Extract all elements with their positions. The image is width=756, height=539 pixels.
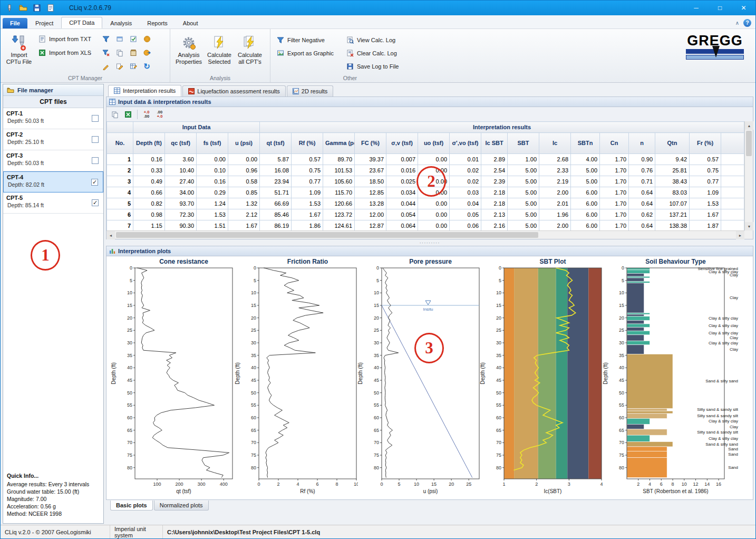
table-cell[interactable]: 2.13 [481, 209, 508, 220]
table-cell[interactable]: 4 [107, 187, 133, 198]
column-header[interactable]: Qtn [655, 133, 690, 154]
table-cell[interactable]: 2.12 [228, 209, 260, 220]
table-cell[interactable]: 6 [107, 209, 133, 220]
table-cell[interactable]: 2.39 [481, 176, 508, 187]
table-cell[interactable]: 1.51 [197, 220, 228, 231]
checkbox-all-icon[interactable] [127, 32, 140, 45]
tab-file[interactable]: File [3, 18, 27, 28]
table-cell[interactable]: 0.025 [386, 176, 418, 187]
table-cell[interactable]: 2.54 [481, 165, 508, 176]
table-cell[interactable]: 0.00 [228, 154, 260, 165]
table-cell[interactable]: 1.70 [600, 176, 629, 187]
table-cell[interactable]: 1.53 [197, 209, 228, 220]
cpt-file-item[interactable]: CPT-1Depth: 50.03 ft [3, 108, 103, 129]
table-cell[interactable]: 0.76 [629, 165, 655, 176]
table-cell[interactable]: 1.87 [690, 220, 721, 231]
table-vertical-scrollbar[interactable]: ▲ ▼ [744, 121, 753, 230]
table-cell[interactable]: 0.05 [450, 209, 481, 220]
refresh-icon[interactable]: ↻ [140, 60, 153, 73]
table-cell[interactable]: 0.00 [418, 209, 450, 220]
column-header[interactable]: Ic SBT [481, 133, 508, 154]
cpt-file-item[interactable]: CPT-2Depth: 25.10 ft [3, 129, 103, 150]
table-cell[interactable]: 123.72 [323, 209, 355, 220]
table-cell[interactable]: 120.66 [323, 198, 355, 209]
table-cell[interactable]: 1 [107, 154, 133, 165]
table-cell[interactable]: 5.00 [508, 220, 539, 231]
table-cell[interactable]: 0.03 [450, 187, 481, 198]
table-cell[interactable]: 6.00 [571, 198, 600, 209]
table-cell[interactable]: 1.70 [600, 198, 629, 209]
column-header[interactable]: σ',vo (tsf) [450, 133, 481, 154]
help-button[interactable]: ? [743, 19, 751, 27]
copy-table-button[interactable] [109, 109, 121, 120]
scroll-left-button[interactable]: ◄ [106, 231, 115, 239]
table-cell[interactable]: 25.81 [655, 165, 690, 176]
column-header[interactable]: Cn [600, 133, 629, 154]
horizontal-scroll-thumb[interactable] [116, 232, 538, 238]
table-cell[interactable]: 0.57 [292, 154, 323, 165]
table-cell[interactable]: 5.00 [571, 165, 600, 176]
table-cell[interactable]: 0.96 [228, 165, 260, 176]
calculate-selected-button[interactable]: Calculate Selected [204, 31, 235, 72]
table-cell[interactable]: 2.68 [539, 154, 571, 165]
tab-liquefaction-results[interactable]: Liquefaction assessment results [182, 85, 286, 97]
scroll-right-button[interactable]: ► [736, 231, 744, 239]
table-cell[interactable]: 2 [107, 165, 133, 176]
table-cell[interactable]: 0.02 [450, 176, 481, 187]
cpt-file-checkbox[interactable] [92, 115, 99, 122]
column-header[interactable]: Fr (%) [690, 133, 721, 154]
table-cell[interactable]: 2.00 [539, 220, 571, 231]
copy-icon[interactable] [113, 46, 126, 59]
units-coin-icon[interactable] [140, 32, 153, 45]
tab-2d-results[interactable]: 2D results [287, 85, 334, 97]
table-cell[interactable]: 0.58 [228, 176, 260, 187]
minimize-button[interactable]: ─ [684, 1, 708, 15]
save-log-button[interactable]: Save Log to File [343, 61, 402, 72]
table-cell[interactable]: 0.57 [690, 154, 721, 165]
table-cell[interactable]: 0.10 [197, 165, 228, 176]
column-header[interactable]: SBTn [571, 133, 600, 154]
table-cell[interactable]: 0.82 [133, 198, 165, 209]
close-button[interactable]: ✕ [732, 1, 755, 15]
coin-export-icon[interactable] [140, 46, 153, 59]
column-header[interactable]: qt (tsf) [260, 133, 292, 154]
table-cell[interactable]: 5.00 [508, 187, 539, 198]
cpt-file-item[interactable]: CPT-4Depth: 82.02 ft✓ [3, 171, 103, 192]
filter-clear-icon[interactable] [99, 46, 112, 59]
column-header[interactable]: Rf (%) [292, 133, 323, 154]
tab-cpt-data[interactable]: CPT Data [61, 17, 102, 28]
table-cell[interactable]: 72.30 [165, 209, 197, 220]
table-cell[interactable]: 23.94 [260, 176, 292, 187]
table-cell[interactable]: 9.42 [655, 154, 690, 165]
table-cell[interactable]: 1.70 [600, 165, 629, 176]
table-cell[interactable]: 23.67 [355, 165, 386, 176]
table-cell[interactable]: 5.00 [508, 209, 539, 220]
tab-analysis[interactable]: Analysis [103, 18, 139, 28]
table-cell[interactable]: 89.70 [323, 154, 355, 165]
table-cell[interactable]: 0.71 [629, 176, 655, 187]
table-cell[interactable]: 1.70 [600, 187, 629, 198]
table-cell[interactable]: 0.77 [292, 176, 323, 187]
table-cell[interactable]: 34.00 [165, 187, 197, 198]
column-header[interactable]: FC (%) [355, 133, 386, 154]
scroll-down-button[interactable]: ▼ [745, 222, 753, 230]
cpt-file-checkbox[interactable]: ✓ [91, 179, 98, 186]
table-cell[interactable]: 90.30 [165, 220, 197, 231]
table-cell[interactable]: 0.016 [386, 165, 418, 176]
table-cell[interactable]: 1.70 [600, 209, 629, 220]
table-cell[interactable]: 3.60 [165, 154, 197, 165]
table-cell[interactable]: 0.90 [629, 154, 655, 165]
column-header[interactable]: n [629, 133, 655, 154]
analysis-properties-button[interactable]: Analysis Properties [173, 31, 204, 72]
decrease-decimals-button[interactable]: .00+.0 [154, 109, 166, 120]
table-cell[interactable]: 1.67 [292, 209, 323, 220]
table-cell[interactable]: 12.85 [355, 187, 386, 198]
table-cell[interactable]: 1.70 [600, 154, 629, 165]
table-cell[interactable]: 0.01 [450, 154, 481, 165]
table-cell[interactable]: 6.00 [571, 209, 600, 220]
clear-calc-log-button[interactable]: Clear Calc. Log [343, 47, 402, 59]
table-cell[interactable]: 0.054 [386, 209, 418, 220]
table-cell[interactable]: 1.70 [600, 220, 629, 231]
filter-negative-button[interactable]: Filter Negative [274, 34, 343, 46]
table-cell[interactable]: 0.33 [133, 165, 165, 176]
